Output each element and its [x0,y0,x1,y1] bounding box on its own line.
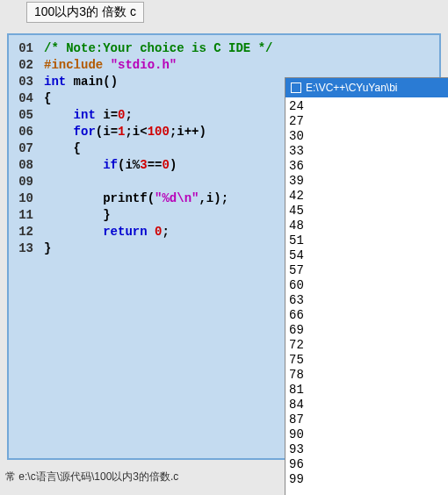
kw-if: if [103,158,118,172]
console-line: 60 [289,278,444,293]
console-titlebar[interactable]: E:\VC++\CYuYan\bi [285,78,448,97]
line-number: 01 [12,40,33,57]
console-line: 66 [289,308,444,323]
console-line: 63 [289,293,444,308]
brace-open: { [74,141,81,155]
line-number: 07 [12,140,33,157]
kw-for: for [74,125,96,139]
line-number: 04 [12,90,33,107]
num-zero: 0 [162,158,169,172]
console-line: 27 [289,114,444,129]
if-close: ) [170,158,177,172]
code-comment: /* Note:Your choice is C IDE */ [44,41,272,55]
console-line: 99 [289,472,444,487]
console-line: 54 [289,248,444,263]
brace-open: { [44,91,51,105]
console-line: 81 [289,383,444,398]
console-line: 30 [289,129,444,144]
code-header: "stdio.h" [111,58,177,72]
for-mid: ;i< [125,125,147,139]
kw-return: return [103,225,147,239]
console-line: 78 [289,368,444,383]
line-number: 11 [12,207,33,224]
console-line: 48 [289,219,444,233]
console-line: 90 [289,427,444,442]
brace-close: } [44,241,51,255]
decl-i: i= [96,108,118,122]
line-number: 09 [12,174,33,190]
line-number: 10 [12,190,33,207]
console-line: 93 [289,442,444,457]
file-tab[interactable]: 100以内3的 倍数 c [26,2,144,23]
console-line: 45 [289,204,444,219]
line-number: 13 [12,240,33,257]
code-include: #include [44,58,111,72]
line-gutter: 01020304050607080910111213 [12,39,39,455]
console-line: 24 [289,99,444,114]
brace-close: } [103,208,110,222]
console-line: 42 [289,189,444,204]
eq: == [148,158,163,172]
num-3: 3 [140,158,147,172]
console-line: 39 [289,174,444,189]
console-line: 84 [289,398,444,412]
console-line: 87 [289,412,444,427]
console-line: 51 [289,233,444,248]
line-number: 06 [12,124,33,140]
console-line: 33 [289,144,444,159]
semi: ; [125,108,132,122]
console-icon [291,82,301,93]
line-number: 02 [12,57,33,74]
console-line: 72 [289,338,444,353]
semi: ; [162,225,169,239]
for-open: (i= [96,125,118,139]
console-window[interactable]: E:\VC++\CYuYan\bi 2427303336394245485154… [285,77,448,495]
file-tab-label: 100以内3的 倍数 c [34,4,136,18]
console-line: 57 [289,263,444,278]
status-text: 常 e:\c语言\源代码\100以内3的倍数.c [5,470,178,483]
num-100: 100 [148,125,170,139]
status-bar: 常 e:\c语言\源代码\100以内3的倍数.c [5,470,178,484]
kw-int: int [74,108,96,122]
line-number: 03 [12,74,33,90]
console-line: 69 [289,323,444,338]
line-number: 05 [12,107,33,124]
fmt-string: "%d\n" [155,191,199,205]
console-title-text: E:\VC++\CYuYan\bi [306,82,398,94]
printf-call: printf( [103,191,155,205]
console-line: 75 [289,353,444,368]
kw-int: int [44,75,66,89]
ident-main: main() [66,75,118,89]
console-line: 96 [289,457,444,472]
console-output: 2427303336394245485154576063666972757881… [285,97,448,489]
printf-end: ,i); [199,191,228,205]
if-open: (i% [118,158,140,172]
line-number: 12 [12,224,33,240]
console-line: 36 [289,159,444,174]
for-end: ;i++) [170,125,206,139]
line-number: 08 [12,157,33,174]
